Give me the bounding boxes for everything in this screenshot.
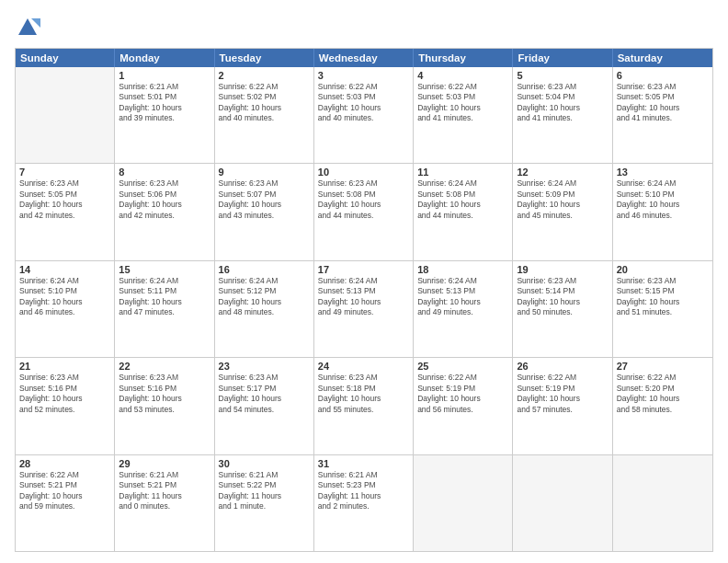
cell-info-line: Daylight: 10 hours: [617, 394, 709, 404]
day-number: 21: [19, 361, 110, 372]
cell-info-line: Sunrise: 6:23 AM: [517, 82, 608, 92]
cell-info-line: and 45 minutes.: [517, 211, 608, 221]
day-number: 23: [219, 361, 310, 372]
cell-info-line: Sunset: 5:07 PM: [219, 190, 310, 200]
cell-info-line: Daylight: 11 hours: [219, 491, 310, 501]
day-number: 3: [318, 70, 409, 81]
day-cell-6: 6Sunrise: 6:23 AMSunset: 5:05 PMDaylight…: [613, 67, 712, 163]
cell-info-line: and 39 minutes.: [119, 113, 210, 123]
cell-info-line: Sunset: 5:19 PM: [517, 384, 608, 394]
cell-info-line: Sunset: 5:10 PM: [19, 286, 110, 296]
cell-info-line: Daylight: 10 hours: [219, 200, 310, 210]
cell-info-line: Sunrise: 6:23 AM: [19, 178, 110, 189]
cell-info-line: Sunrise: 6:22 AM: [19, 470, 110, 480]
cell-info-line: Sunset: 5:03 PM: [417, 92, 508, 102]
cell-info-line: and 58 minutes.: [617, 405, 709, 415]
cell-info-line: Sunset: 5:08 PM: [417, 190, 508, 200]
cell-info-line: and 46 minutes.: [617, 211, 709, 221]
cell-info-line: and 42 minutes.: [119, 211, 210, 221]
cell-info-line: Daylight: 11 hours: [318, 491, 409, 501]
week-row-0: 1Sunrise: 6:21 AMSunset: 5:01 PMDaylight…: [16, 67, 712, 163]
day-cell-1: 1Sunrise: 6:21 AMSunset: 5:01 PMDaylight…: [115, 67, 214, 163]
cell-info-line: Sunset: 5:19 PM: [417, 384, 508, 394]
day-cell-8: 8Sunrise: 6:23 AMSunset: 5:06 PMDaylight…: [115, 164, 214, 259]
header-day-thursday: Thursday: [414, 49, 513, 67]
cell-info-line: Sunrise: 6:24 AM: [19, 276, 110, 286]
cell-info-line: and 41 minutes.: [617, 113, 709, 123]
cell-info-line: and 0 minutes.: [119, 501, 210, 511]
cell-info-line: Daylight: 10 hours: [19, 394, 110, 404]
cell-info-line: Daylight: 10 hours: [318, 297, 409, 307]
day-number: 10: [318, 167, 409, 178]
cell-info-line: and 1 minute.: [219, 501, 310, 511]
cell-info-line: Daylight: 10 hours: [19, 297, 110, 307]
day-number: 5: [517, 70, 608, 81]
day-number: 15: [119, 264, 210, 275]
day-number: 12: [517, 167, 608, 178]
day-number: 24: [318, 361, 409, 372]
day-cell-21: 21Sunrise: 6:23 AMSunset: 5:16 PMDayligh…: [16, 358, 115, 454]
day-number: 4: [417, 70, 508, 81]
cell-info-line: and 47 minutes.: [119, 307, 210, 317]
cell-info-line: Sunset: 5:20 PM: [617, 384, 709, 394]
cell-info-line: Sunset: 5:09 PM: [517, 190, 608, 200]
cell-info-line: and 49 minutes.: [417, 307, 508, 317]
cell-info-line: and 56 minutes.: [417, 405, 508, 415]
calendar-body: 1Sunrise: 6:21 AMSunset: 5:01 PMDaylight…: [16, 67, 712, 551]
day-number: 29: [119, 458, 210, 469]
cell-info-line: Daylight: 10 hours: [417, 394, 508, 404]
header-day-sunday: Sunday: [16, 49, 115, 67]
cell-info-line: Sunset: 5:18 PM: [318, 384, 409, 394]
cell-info-line: Daylight: 10 hours: [617, 297, 709, 307]
day-number: 2: [219, 70, 310, 81]
cell-info-line: and 40 minutes.: [318, 113, 409, 123]
cell-info-line: Sunset: 5:03 PM: [318, 92, 409, 102]
cell-info-line: and 40 minutes.: [219, 113, 310, 123]
day-cell-12: 12Sunrise: 6:24 AMSunset: 5:09 PMDayligh…: [513, 164, 612, 259]
cell-info-line: Sunset: 5:12 PM: [219, 286, 310, 296]
cell-info-line: Sunrise: 6:22 AM: [417, 373, 508, 383]
cell-info-line: Sunrise: 6:21 AM: [119, 470, 210, 480]
cell-info-line: Sunrise: 6:23 AM: [318, 178, 409, 189]
cell-info-line: Daylight: 10 hours: [517, 297, 608, 307]
day-cell-30: 30Sunrise: 6:21 AMSunset: 5:22 PMDayligh…: [215, 455, 314, 551]
cell-info-line: Daylight: 10 hours: [119, 200, 210, 210]
week-row-1: 7Sunrise: 6:23 AMSunset: 5:05 PMDaylight…: [16, 163, 712, 259]
cell-info-line: and 44 minutes.: [417, 211, 508, 221]
day-cell-4: 4Sunrise: 6:22 AMSunset: 5:03 PMDaylight…: [414, 67, 513, 163]
cell-info-line: Sunset: 5:16 PM: [119, 384, 210, 394]
header-day-monday: Monday: [115, 49, 214, 67]
day-cell-28: 28Sunrise: 6:22 AMSunset: 5:21 PMDayligh…: [16, 455, 115, 551]
cell-info-line: and 51 minutes.: [617, 307, 709, 317]
cell-info-line: Sunrise: 6:24 AM: [417, 178, 508, 189]
cell-info-line: Sunrise: 6:24 AM: [219, 276, 310, 286]
day-cell-5: 5Sunrise: 6:23 AMSunset: 5:04 PMDaylight…: [513, 67, 612, 163]
cell-info-line: Daylight: 10 hours: [119, 103, 210, 113]
cell-info-line: and 46 minutes.: [19, 307, 110, 317]
cell-info-line: Sunset: 5:11 PM: [119, 286, 210, 296]
cell-info-line: Daylight: 10 hours: [318, 103, 409, 113]
cell-info-line: Daylight: 10 hours: [219, 297, 310, 307]
cell-info-line: Sunset: 5:23 PM: [318, 480, 409, 490]
day-cell-18: 18Sunrise: 6:24 AMSunset: 5:13 PMDayligh…: [414, 261, 513, 357]
cell-info-line: Sunrise: 6:24 AM: [617, 178, 709, 189]
day-cell-16: 16Sunrise: 6:24 AMSunset: 5:12 PMDayligh…: [215, 261, 314, 357]
day-number: 8: [119, 167, 210, 178]
cell-info-line: Sunrise: 6:21 AM: [318, 470, 409, 480]
day-cell-7: 7Sunrise: 6:23 AMSunset: 5:05 PMDaylight…: [16, 164, 115, 259]
cell-info-line: Sunrise: 6:23 AM: [219, 178, 310, 189]
cell-info-line: Sunrise: 6:22 AM: [617, 373, 709, 383]
cell-info-line: Sunset: 5:16 PM: [19, 384, 110, 394]
cell-info-line: Sunrise: 6:22 AM: [318, 82, 409, 92]
cell-info-line: Sunrise: 6:24 AM: [119, 276, 210, 286]
header-day-saturday: Saturday: [613, 49, 712, 67]
header-day-friday: Friday: [513, 49, 612, 67]
cell-info-line: and 42 minutes.: [19, 211, 110, 221]
cell-info-line: Sunset: 5:15 PM: [617, 286, 709, 296]
logo: [15, 15, 44, 40]
calendar: SundayMondayTuesdayWednesdayThursdayFrid…: [15, 48, 713, 552]
cell-info-line: Sunrise: 6:22 AM: [219, 82, 310, 92]
cell-info-line: Sunrise: 6:23 AM: [119, 178, 210, 189]
cell-info-line: Sunset: 5:22 PM: [219, 480, 310, 490]
cell-info-line: and 52 minutes.: [19, 405, 110, 415]
